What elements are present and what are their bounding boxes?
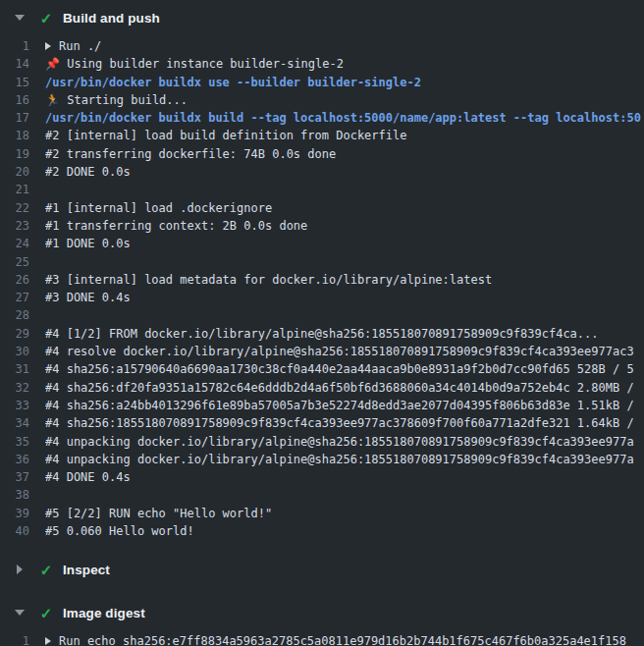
actions-log-viewer: ✓Build and push1Run ./14📌 Using builder … bbox=[0, 0, 644, 646]
line-text: #4 unpacking docker.io/library/alpine@sh… bbox=[45, 451, 644, 468]
line-number[interactable]: 15 bbox=[0, 74, 45, 91]
check-icon: ✓ bbox=[37, 606, 55, 620]
log-line: 30#4 resolve docker.io/library/alpine@sh… bbox=[0, 343, 644, 360]
line-number[interactable]: 36 bbox=[0, 451, 45, 468]
section-title: Build and push bbox=[63, 11, 160, 26]
line-text: #4 resolve docker.io/library/alpine@sha2… bbox=[45, 343, 644, 360]
line-number[interactable]: 40 bbox=[0, 522, 45, 540]
line-number[interactable]: 28 bbox=[0, 306, 45, 324]
line-text: #2 transferring dockerfile: 74B 0.0s don… bbox=[45, 145, 644, 163]
line-number[interactable]: 38 bbox=[0, 486, 45, 504]
line-number[interactable]: 31 bbox=[0, 360, 45, 378]
log-line: 38 bbox=[0, 486, 644, 504]
line-number[interactable]: 16 bbox=[0, 91, 45, 109]
section-gap bbox=[0, 587, 644, 595]
log-line: 19#2 transferring dockerfile: 74B 0.0s d… bbox=[0, 145, 644, 163]
log-section-build-and-push: ✓Build and push1Run ./14📌 Using builder … bbox=[0, 0, 644, 552]
command-line-text: /usr/bin/docker buildx build --tag local… bbox=[45, 109, 644, 127]
line-number[interactable]: 1 bbox=[0, 37, 45, 55]
section-header-build-and-push[interactable]: ✓Build and push bbox=[0, 0, 644, 35]
chevron-triangle bbox=[15, 610, 25, 616]
line-text: #1 DONE 0.0s bbox=[45, 235, 644, 252]
log-lines-image-digest: 1Run echo sha256:e7ff8834a5963a2785c5a08… bbox=[0, 630, 644, 646]
chevron-down-icon bbox=[14, 607, 26, 619]
chevron-right-icon bbox=[14, 564, 26, 575]
log-line: 28 bbox=[0, 306, 644, 324]
chevron-triangle bbox=[17, 565, 23, 574]
section-title: Inspect bbox=[63, 563, 110, 577]
line-text: Run echo sha256:e7ff8834a5963a2785c5a081… bbox=[45, 632, 644, 646]
log-line: 15/usr/bin/docker buildx use --builder b… bbox=[0, 74, 644, 91]
line-number[interactable]: 27 bbox=[0, 289, 45, 306]
chevron-triangle bbox=[15, 15, 25, 21]
line-number[interactable]: 18 bbox=[0, 127, 45, 144]
line-text: 📌 Using builder instance builder-single-… bbox=[45, 55, 644, 73]
line-number[interactable]: 34 bbox=[0, 414, 45, 432]
section-header-inspect[interactable]: ✓Inspect bbox=[0, 552, 644, 587]
line-number[interactable]: 24 bbox=[0, 235, 45, 252]
line-number[interactable]: 26 bbox=[0, 271, 45, 289]
line-text: #2 [internal] load build definition from… bbox=[45, 127, 644, 144]
line-text: #5 [2/2] RUN echo "Hello world!" bbox=[45, 505, 644, 522]
line-text: #4 [1/2] FROM docker.io/library/alpine@s… bbox=[45, 325, 644, 343]
line-text: #3 DONE 0.4s bbox=[45, 289, 644, 306]
line-text: Run ./ bbox=[45, 37, 644, 55]
line-number[interactable]: 37 bbox=[0, 468, 45, 486]
log-line: 37#4 DONE 0.4s bbox=[0, 468, 644, 486]
line-number[interactable]: 17 bbox=[0, 109, 45, 127]
log-line: 17/usr/bin/docker buildx build --tag loc… bbox=[0, 109, 644, 127]
line-text bbox=[45, 181, 644, 198]
expand-group-icon[interactable] bbox=[45, 42, 51, 50]
log-line: 20#2 DONE 0.0s bbox=[0, 163, 644, 181]
log-lines-build-and-push: 1Run ./14📌 Using builder instance builde… bbox=[0, 35, 644, 544]
line-number[interactable]: 20 bbox=[0, 163, 45, 181]
log-line: 16🏃 Starting build... bbox=[0, 91, 644, 109]
line-number[interactable]: 30 bbox=[0, 343, 45, 360]
line-text: #4 sha256:a24bb4013296f61e89ba57005a7b3e… bbox=[45, 397, 644, 414]
log-line: 14📌 Using builder instance builder-singl… bbox=[0, 55, 644, 73]
line-text: #4 DONE 0.4s bbox=[45, 468, 644, 486]
log-line: 31#4 sha256:a15790640a6690aa1730c38cf0a4… bbox=[0, 360, 644, 378]
log-line: 32#4 sha256:df20fa9351a15782c64e6dddb2d4… bbox=[0, 379, 644, 397]
log-section-inspect: ✓Inspect bbox=[0, 552, 644, 595]
log-line: 23#1 transferring context: 2B 0.0s done bbox=[0, 217, 644, 235]
line-text: #2 DONE 0.0s bbox=[45, 163, 644, 181]
line-text: 🏃 Starting build... bbox=[45, 91, 644, 109]
log-line: 22#1 [internal] load .dockerignore bbox=[0, 199, 644, 217]
check-icon: ✓ bbox=[37, 11, 55, 26]
line-number[interactable]: 35 bbox=[0, 433, 45, 451]
line-text bbox=[45, 486, 644, 504]
line-number[interactable]: 39 bbox=[0, 505, 45, 522]
line-number[interactable]: 25 bbox=[0, 253, 45, 271]
section-title: Image digest bbox=[63, 606, 145, 620]
line-number[interactable]: 14 bbox=[0, 55, 45, 73]
line-text: #4 sha256:a15790640a6690aa1730c38cf0a440… bbox=[45, 360, 644, 378]
section-gap bbox=[0, 544, 644, 552]
line-number[interactable]: 19 bbox=[0, 145, 45, 163]
log-line: 36#4 unpacking docker.io/library/alpine@… bbox=[0, 451, 644, 468]
line-number[interactable]: 29 bbox=[0, 325, 45, 343]
line-text bbox=[45, 306, 644, 324]
line-number[interactable]: 23 bbox=[0, 217, 45, 235]
log-line: 21 bbox=[0, 181, 644, 198]
line-number[interactable]: 33 bbox=[0, 397, 45, 414]
line-number[interactable]: 1 bbox=[0, 632, 45, 646]
log-line: 29#4 [1/2] FROM docker.io/library/alpine… bbox=[0, 325, 644, 343]
log-line: 18#2 [internal] load build definition fr… bbox=[0, 127, 644, 144]
line-number[interactable]: 22 bbox=[0, 199, 45, 217]
line-text: #1 transferring context: 2B 0.0s done bbox=[45, 217, 644, 235]
line-text: Run ./ bbox=[59, 39, 101, 53]
line-number[interactable]: 32 bbox=[0, 379, 45, 397]
expand-group-icon[interactable] bbox=[45, 637, 51, 645]
log-line: 27#3 DONE 0.4s bbox=[0, 289, 644, 306]
line-text: #3 [internal] load metadata for docker.i… bbox=[45, 271, 644, 289]
line-number[interactable]: 21 bbox=[0, 181, 45, 198]
line-text: Run echo sha256:e7ff8834a5963a2785c5a081… bbox=[59, 634, 626, 646]
line-text bbox=[45, 253, 644, 271]
command-line-text: /usr/bin/docker buildx use --builder bui… bbox=[45, 74, 644, 91]
line-text: #4 sha256:df20fa9351a15782c64e6dddb2d4a6… bbox=[45, 379, 644, 397]
log-line: 34#4 sha256:185518070891758909c9f839cf4c… bbox=[0, 414, 644, 432]
log-section-image-digest: ✓Image digest1Run echo sha256:e7ff8834a5… bbox=[0, 595, 644, 646]
section-header-image-digest[interactable]: ✓Image digest bbox=[0, 595, 644, 630]
log-line: 39#5 [2/2] RUN echo "Hello world!" bbox=[0, 505, 644, 522]
